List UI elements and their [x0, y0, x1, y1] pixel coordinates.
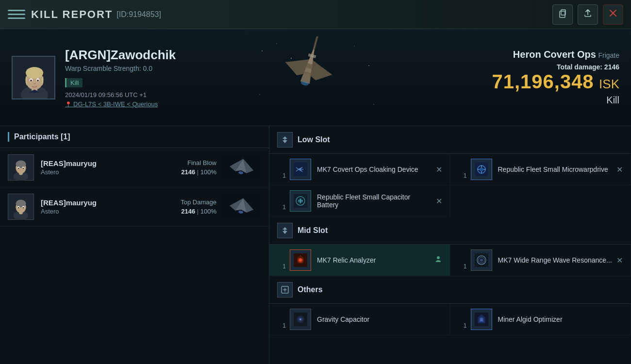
others-grid: 1 Gravity Capacitor 1 [269, 304, 631, 335]
svg-point-68 [437, 256, 440, 259]
participant-blow: Final Blow [187, 159, 216, 166]
module-row: 1 Republic Fleet Small Capacitor Battery… [269, 185, 450, 217]
ship-damage: Total damage: 2146 [492, 63, 619, 71]
participant-stats: Final Blow 2146 | 100% [181, 159, 216, 176]
svg-point-11 [262, 50, 263, 51]
svg-point-9 [30, 80, 32, 82]
victim-location[interactable]: DG-L7S < 3B-IWE < Querious [65, 100, 176, 108]
menu-line [8, 17, 25, 19]
others-header: Others [269, 276, 631, 304]
module-count: 1 [458, 322, 467, 330]
svg-point-45 [16, 200, 26, 207]
module-icon [290, 190, 311, 212]
others-icon [277, 282, 293, 298]
mid-slot-icon [277, 223, 293, 238]
module-count: 1 [458, 172, 467, 180]
svg-point-31 [16, 161, 26, 168]
module-remove-icon[interactable]: ✕ [436, 165, 442, 174]
svg-point-72 [480, 259, 483, 262]
copy-icon [558, 8, 567, 20]
module-icon [290, 159, 311, 180]
svg-point-12 [276, 43, 277, 44]
participant-pct: 100% [200, 168, 216, 176]
svg-point-34 [18, 168, 19, 169]
others-title: Others [298, 285, 323, 294]
svg-point-58 [480, 167, 483, 171]
export-icon [583, 8, 593, 20]
copy-button[interactable] [552, 4, 573, 25]
victim-section: [ARGN]Zawodchik Warp Scramble Strength: … [0, 29, 631, 126]
svg-point-16 [259, 94, 260, 95]
svg-point-14 [354, 46, 355, 47]
module-icon [471, 249, 492, 271]
participant-info: [REAS]mauryug Astero [41, 199, 181, 215]
module-row: 1 Republic Fleet Small Microwarpdrive ✕ [450, 154, 631, 185]
module-remove-icon[interactable]: ✕ [436, 197, 442, 206]
modules-panel: Low Slot 1 MK7 Covert Ops Cloaki [269, 126, 631, 364]
module-remove-icon[interactable]: ✕ [616, 256, 623, 265]
svg-rect-22 [313, 36, 321, 50]
main-content: [ARGN]Zawodchik Warp Scramble Strength: … [0, 29, 631, 364]
module-name: MK7 Covert Ops Cloaking Device [317, 165, 432, 173]
participant-ship-thumbnail [222, 193, 261, 220]
participant-ship: Astero [41, 208, 181, 215]
participant-row: [REAS]mauryug Astero Top Damage 2146 | 1… [0, 187, 269, 227]
participant-name: [REAS]mauryug [41, 159, 181, 167]
ship-type: Frigate [598, 51, 619, 59]
menu-line [8, 10, 25, 11]
participant-avatar [8, 154, 34, 181]
ship-image-container [248, 34, 383, 121]
ship-isk-row: 71,196,348 ISK [492, 71, 619, 93]
victim-date: 2024/01/19 09:56:56 UTC +1 [65, 91, 176, 99]
victim-wss: Warp Scramble Strength: 0.0 [65, 65, 176, 72]
participant-blow: Top Damage [181, 199, 216, 206]
svg-point-48 [18, 207, 19, 209]
participant-stats: Top Damage 2146 | 100% [181, 199, 216, 215]
participant-name: [REAS]mauryug [41, 199, 181, 207]
module-name: Republic Fleet Small Capacitor Battery [317, 193, 432, 209]
mid-slot-title: Mid Slot [298, 226, 328, 235]
export-button[interactable] [578, 4, 598, 25]
svg-point-49 [23, 207, 24, 209]
close-button[interactable] [603, 4, 623, 25]
module-icon [290, 249, 311, 271]
svg-point-10 [37, 80, 39, 82]
mid-slot-grid: 1 MK7 Relic Analyzer [269, 245, 631, 276]
participant-avatar [8, 194, 34, 220]
victim-name: [ARGN]Zawodchik [65, 48, 176, 63]
svg-point-13 [291, 58, 292, 59]
module-name: MK7 Wide Range Wave Resonance... [498, 256, 613, 264]
participants-accent-bar [8, 132, 9, 142]
module-row: 1 MK7 Wide Range Wave Resonance... ✕ [450, 245, 631, 276]
participant-damage: 2146 [181, 208, 195, 215]
ship-stats: Heron Covert Ops Frigate Total damage: 2… [492, 49, 619, 106]
participants-header: Participants [1] [0, 126, 269, 148]
module-count: 1 [277, 204, 286, 212]
ship-name: Heron Covert Ops [513, 49, 596, 60]
module-count: 1 [458, 263, 467, 271]
module-count: 1 [277, 263, 286, 271]
low-slot-icon [277, 132, 293, 148]
module-remove-icon[interactable]: ✕ [616, 165, 623, 174]
menu-icon[interactable] [8, 6, 25, 23]
participant-info: [REAS]mauryug Astero [41, 159, 181, 176]
bottom-section: Participants [1] [0, 126, 631, 364]
page-title: KILL REPORT [31, 8, 113, 21]
svg-rect-0 [560, 11, 565, 17]
module-row: 1 MK7 Covert Ops Cloaking Device ✕ [269, 154, 450, 185]
close-icon [609, 9, 617, 20]
menu-line [8, 14, 25, 15]
module-count: 1 [277, 172, 286, 180]
header: KILL REPORT [ID:9194853] [0, 0, 631, 29]
victim-avatar [12, 56, 55, 99]
module-name: Republic Fleet Small Microwarpdrive [498, 165, 613, 173]
low-slot-header: Low Slot [269, 126, 631, 154]
participant-ship: Astero [41, 168, 181, 176]
participant-row: [REAS]mauryug Astero Final Blow 2146 | 1… [0, 148, 269, 187]
victim-info: [ARGN]Zawodchik Warp Scramble Strength: … [65, 48, 176, 108]
participant-ship-thumbnail [222, 154, 261, 181]
module-name: Gravity Capacitor [317, 315, 442, 323]
ship-name-type: Heron Covert Ops Frigate [492, 49, 619, 60]
module-icon [290, 309, 311, 330]
low-slot-title: Low Slot [298, 135, 330, 144]
